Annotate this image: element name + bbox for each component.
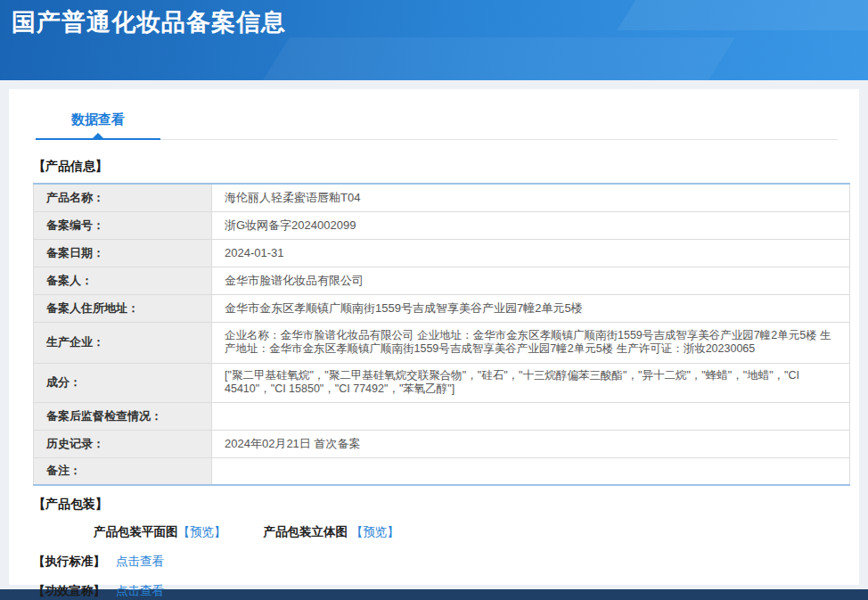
field-value: 金华市脸谱化妆品有限公司	[212, 267, 850, 294]
page-title: 国产普通化妆品备案信息	[0, 0, 868, 38]
packaging-flat-item: 产品包装平面图【预览】	[94, 525, 226, 538]
packaging-flat-preview-link[interactable]: 【预览】	[178, 525, 226, 538]
table-row: 成分： ["聚二甲基硅氧烷"，"聚二甲基硅氧烷交联聚合物"，"硅石"，"十三烷醇…	[34, 363, 850, 402]
page-body: 数据查看 【产品信息】 产品名称： 海伦丽人轻柔蜜语唇釉T04 备案编号： 浙G…	[0, 80, 868, 585]
packaging-row: 产品包装平面图【预览】产品包装立体图 【预览】	[94, 524, 850, 540]
table-row: 产品名称： 海伦丽人轻柔蜜语唇釉T04	[34, 184, 850, 211]
field-label: 备案日期：	[34, 239, 212, 267]
table-row: 备注：	[34, 457, 850, 485]
standard-view-link[interactable]: 点击查看	[116, 555, 164, 568]
field-label: 生产企业：	[34, 322, 212, 363]
field-label: 备案编号：	[34, 211, 212, 239]
table-row: 备案后监督检查情况：	[34, 402, 850, 430]
efficacy-label: 【功效宣称】	[33, 584, 105, 597]
table-row: 备案人住所地址： 金华市金东区孝顺镇广顺南街1559号吉成智享美谷产业园7幢2单…	[34, 294, 850, 322]
packaging-stereo-preview-link[interactable]: 【预览】	[351, 525, 399, 538]
tab-active-pointer-icon	[93, 133, 103, 138]
tab-bar: 数据查看	[33, 89, 838, 140]
field-value: 海伦丽人轻柔蜜语唇釉T04	[212, 184, 850, 211]
tab-data-view[interactable]: 数据查看	[36, 90, 160, 140]
field-label: 备案人：	[34, 267, 212, 294]
tab-data-view-label: 数据查看	[71, 111, 125, 128]
field-value: 2024年02月21日 首次备案	[212, 430, 850, 457]
field-value	[212, 402, 850, 430]
field-label: 历史记录：	[34, 430, 212, 457]
section-packaging: 【产品包装】	[33, 497, 850, 513]
packaging-flat-label: 产品包装平面图	[94, 525, 178, 538]
field-value: 2024-01-31	[212, 239, 850, 267]
field-label: 备注：	[34, 457, 212, 485]
header-decor-band	[245, 37, 735, 80]
field-value: 浙G妆网备字2024002099	[212, 211, 850, 239]
product-info-table: 产品名称： 海伦丽人轻柔蜜语唇釉T04 备案编号： 浙G妆网备字20240020…	[33, 183, 850, 486]
content-card: 数据查看 【产品信息】 产品名称： 海伦丽人轻柔蜜语唇釉T04 备案编号： 浙G…	[9, 89, 859, 585]
table-row: 备案人： 金华市脸谱化妆品有限公司	[34, 267, 850, 294]
field-value: 金华市金东区孝顺镇广顺南街1559号吉成智享美谷产业园7幢2单元5楼	[212, 294, 850, 322]
field-label: 产品名称：	[34, 184, 212, 211]
efficacy-view-link[interactable]: 点击查看	[116, 584, 164, 597]
table-row: 历史记录： 2024年02月21日 首次备案	[34, 430, 850, 457]
packaging-stereo-label: 产品包装立体图	[264, 525, 351, 538]
field-label: 备案后监督检查情况：	[34, 402, 212, 430]
standard-row: 【执行标准】点击查看	[33, 554, 850, 570]
section-product-info: 【产品信息】	[33, 159, 850, 175]
page-header: 国产普通化妆品备案信息	[0, 0, 868, 80]
packaging-stereo-item: 产品包装立体图 【预览】	[264, 525, 399, 538]
table-row: 生产企业： 企业名称：金华市脸谱化妆品有限公司 企业地址：金华市金东区孝顺镇广顺…	[34, 322, 850, 363]
table-row: 备案日期： 2024-01-31	[34, 239, 850, 267]
field-label: 成分：	[34, 363, 212, 402]
efficacy-row: 【功效宣称】点击查看	[33, 583, 850, 599]
field-value	[212, 457, 850, 485]
field-value: 企业名称：金华市脸谱化妆品有限公司 企业地址：金华市金东区孝顺镇广顺南街1559…	[212, 322, 850, 363]
field-label: 备案人住所地址：	[34, 294, 212, 322]
field-value: ["聚二甲基硅氧烷"，"聚二甲基硅氧烷交联聚合物"，"硅石"，"十三烷醇偏苯三酸…	[212, 363, 850, 402]
table-row: 备案编号： 浙G妆网备字2024002099	[34, 211, 850, 239]
standard-label: 【执行标准】	[33, 555, 105, 568]
